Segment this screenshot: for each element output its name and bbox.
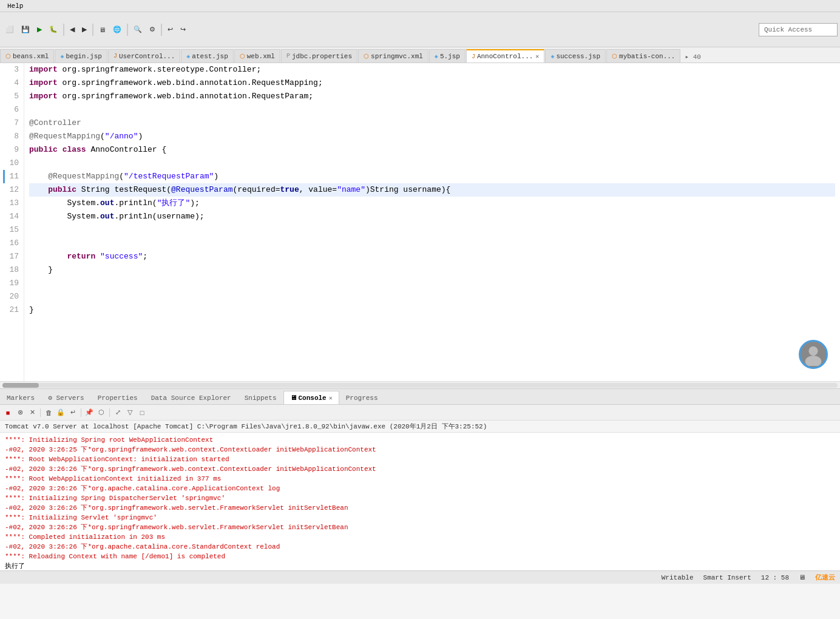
console-line-8: -#02, 2020 3:26:26 下*org.springframework… (5, 503, 835, 513)
separator3 (127, 24, 128, 36)
stop-btn[interactable]: ■ (2, 407, 13, 418)
tab-console[interactable]: 🖥 Console ✕ (283, 391, 339, 404)
jsp-icon2: ◈ (186, 53, 190, 60)
code-line-20 (29, 290, 835, 303)
tab-springmvc-xml[interactable]: ⬡ springmvc.xml (358, 49, 428, 63)
svg-point-1 (805, 356, 822, 366)
close-console-btn[interactable]: ✕ (27, 407, 38, 418)
tab-overflow[interactable]: ▸ 40 (681, 51, 704, 63)
editor-area: 3 4 5 6 7 8 9 10 11 12 13 14 15 16 17 18… (0, 63, 840, 381)
xml-icon: ⬡ (5, 53, 11, 60)
search-btn[interactable]: 🔍 (130, 24, 145, 35)
code-line-9: public class AnnoController { (29, 143, 835, 157)
console-line-5: ****: Root WebApplicationContext initial… (5, 474, 835, 484)
tab-data-source-explorer[interactable]: Data Source Explorer (144, 391, 238, 404)
tab-label: jdbc.properties (292, 53, 352, 60)
separator2 (92, 24, 93, 36)
java-icon2: J (472, 53, 475, 60)
editor-hscroll[interactable] (0, 381, 840, 388)
hscroll-thumb[interactable] (2, 383, 39, 388)
code-line-6 (29, 103, 835, 117)
console-header: Tomcat v7.0 Server at localhost [Apache … (0, 421, 840, 433)
console-output[interactable]: ****: Initializing Spring root WebApplic… (0, 433, 840, 570)
cursor-position: 12 : 58 (761, 574, 789, 581)
clear-btn[interactable]: 🗑 (43, 407, 54, 418)
tab-web-xml[interactable]: ⬡ web.xml (234, 49, 280, 63)
code-line-12: public String testRequest(@RequestParam(… (29, 183, 835, 197)
line-numbers: 3 4 5 6 7 8 9 10 11 12 13 14 15 16 17 18… (0, 63, 24, 381)
tab-close-icon[interactable]: ✕ (535, 53, 539, 60)
tab-bar: ⬡ beans.xml ◈ begin.jsp J UserControl...… (0, 47, 840, 63)
undo-btn[interactable]: ↩ (164, 24, 176, 35)
settings-btn[interactable]: ⚙ (146, 24, 158, 35)
tab-label: beans.xml (13, 53, 49, 60)
tab-jdbc[interactable]: P jdbc.properties (281, 49, 357, 63)
console-toolbar: ■ ⊗ ✕ 🗑 🔒 ↵ 📌 ⬡ ⤢ ▽ □ (0, 405, 840, 421)
expand-btn[interactable]: ⤢ (112, 407, 123, 418)
code-line-19 (29, 277, 835, 290)
insert-mode-status: Smart Insert (703, 574, 751, 581)
console-header-text: Tomcat v7.0 Server at localhost [Apache … (5, 423, 487, 430)
debug-btn[interactable]: 🐛 (46, 24, 61, 35)
avatar (799, 340, 828, 369)
console-line-11: ****: Completed initialization in 203 ms (5, 532, 835, 542)
word-wrap-btn[interactable]: ↵ (67, 407, 78, 418)
tab-snippets[interactable]: Snippets (238, 391, 283, 404)
tab-label: begin.jsp (66, 53, 101, 60)
tab-mybatis[interactable]: ⬡ mybatis-con... (606, 49, 680, 63)
quick-access-box[interactable]: Quick Access (759, 23, 838, 36)
code-line-3: import org.springframework.stereotype.Co… (29, 63, 835, 76)
console-close-icon[interactable]: ✕ (329, 394, 333, 402)
quick-access-label: Quick Access (764, 26, 812, 33)
tab-annocontrol[interactable]: J AnnoControl... ✕ (466, 49, 544, 63)
code-editor[interactable]: import org.springframework.stereotype.Co… (24, 63, 840, 381)
disconnect-btn[interactable]: ⊗ (15, 407, 25, 418)
run-btn[interactable]: ▶ (34, 24, 45, 35)
redo-btn[interactable]: ↪ (177, 24, 189, 35)
help-menu[interactable]: Help (2, 1, 28, 11)
tab-label: springmvc.xml (371, 53, 423, 60)
code-line-16 (29, 237, 835, 250)
minimize-btn[interactable]: ▽ (124, 407, 135, 418)
globe-btn[interactable]: 🌐 (110, 24, 124, 35)
code-line-17: return "success"; (29, 250, 835, 263)
svg-point-0 (808, 347, 818, 356)
server-btn[interactable]: 🖥 (96, 24, 109, 35)
tab-success-jsp[interactable]: ◈ success.jsp (545, 49, 606, 63)
monitor-icon: 🖥 (799, 573, 805, 581)
scroll-lock-btn[interactable]: 🔒 (55, 407, 66, 418)
tab-begin-jsp[interactable]: ◈ begin.jsp (55, 49, 107, 63)
tab-servers[interactable]: ⚙ Servers (41, 391, 90, 404)
new-btn[interactable]: ⬜ (2, 24, 17, 35)
pin-btn[interactable]: 📌 (84, 407, 95, 418)
hscroll-track[interactable] (2, 383, 838, 388)
code-line-4: import org.springframework.web.bind.anno… (29, 76, 835, 90)
code-line-10 (29, 157, 835, 170)
console-label: Console (299, 394, 327, 402)
tab-usercontrol[interactable]: J UserControl... (108, 49, 180, 63)
avatar-image (802, 343, 825, 366)
tab-progress[interactable]: Progress (339, 391, 385, 404)
tab-properties[interactable]: Properties (91, 391, 144, 404)
bottom-tabs: Markers ⚙ Servers Properties Data Source… (0, 389, 840, 405)
tab-markers[interactable]: Markers (0, 391, 41, 404)
console-line-6: -#02, 2020 3:26:26 下*org.apache.catalina… (5, 484, 835, 493)
tab-label: web.xml (247, 53, 275, 60)
tab-atest-jsp[interactable]: ◈ atest.jsp (181, 49, 233, 63)
tab-beans-xml[interactable]: ⬡ beans.xml (0, 49, 54, 63)
code-line-15 (29, 223, 835, 237)
maximize-btn[interactable]: □ (137, 407, 147, 418)
forward-btn[interactable]: ▶ (79, 24, 90, 35)
separator3 (109, 408, 110, 417)
tab-5-jsp[interactable]: ◈ 5.jsp (429, 49, 466, 63)
back-btn[interactable]: ◀ (67, 24, 78, 35)
console-line-7: ****: Initializing Spring DispatcherServ… (5, 493, 835, 503)
separator1 (63, 24, 64, 36)
console-line-2: -#02, 2020 3:26:25 下*org.springframework… (5, 445, 835, 455)
save-btn[interactable]: 💾 (18, 24, 33, 35)
writable-status: Writable (662, 574, 694, 581)
console-line-10: -#02, 2020 3:26:26 下*org.springframework… (5, 523, 835, 532)
toolbar-buttons: ⬜ 💾 ▶ 🐛 ◀ ▶ 🖥 🌐 🔍 ⚙ ↩ ↪ (2, 24, 189, 36)
code-line-7: @Controller (29, 117, 835, 130)
open-console-btn[interactable]: ⬡ (96, 407, 107, 418)
